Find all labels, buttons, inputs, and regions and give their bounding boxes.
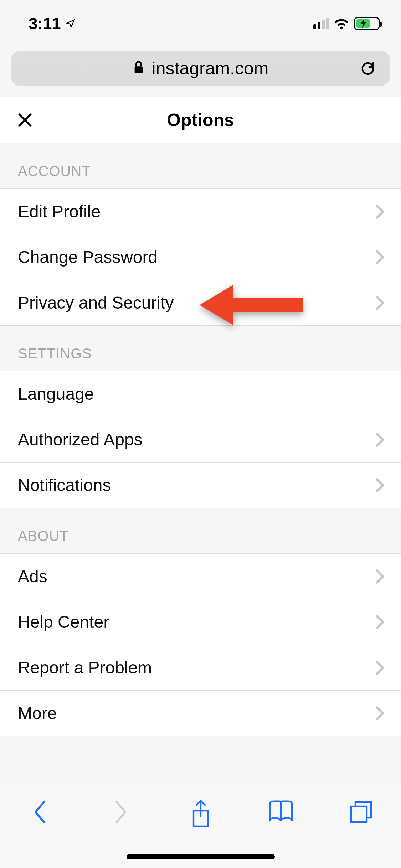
row-label: Report a Problem [18, 658, 152, 677]
row-report-problem[interactable]: Report a Problem [0, 645, 401, 691]
battery-charging-icon [354, 17, 380, 30]
section-header-settings: Settings [0, 326, 401, 371]
row-label: Authorized Apps [18, 430, 143, 449]
row-more[interactable]: More [0, 691, 401, 736]
location-icon [66, 19, 76, 29]
section-header-about: About [0, 508, 401, 553]
status-time: 3:11 [29, 14, 61, 33]
chevron-right-icon [375, 569, 385, 584]
browser-toolbar [0, 786, 401, 868]
chevron-right-icon [375, 660, 385, 675]
row-label: Edit Profile [18, 202, 101, 221]
svg-rect-0 [134, 66, 143, 73]
back-button[interactable] [12, 799, 69, 825]
chevron-right-icon [375, 432, 385, 447]
home-indicator [127, 854, 275, 859]
chevron-right-icon [375, 295, 385, 310]
row-help-center[interactable]: Help Center [0, 599, 401, 645]
row-label: Change Password [18, 247, 158, 267]
status-left: 3:11 [29, 14, 76, 33]
row-notifications[interactable]: Notifications [0, 463, 401, 508]
close-button[interactable] [16, 112, 34, 129]
lock-icon [133, 58, 145, 79]
address-center: instagram.com [11, 58, 390, 79]
section-list-account: Edit Profile Change Password Privacy and… [0, 188, 401, 326]
chevron-right-icon [375, 478, 385, 493]
row-label: Notifications [18, 475, 111, 495]
row-label: Ads [18, 567, 47, 586]
address-domain: instagram.com [152, 58, 269, 79]
section-header-account: Account [0, 143, 401, 188]
reload-button[interactable] [360, 60, 376, 77]
status-right [313, 17, 380, 30]
wifi-icon [333, 17, 350, 30]
browser-chrome: instagram.com [0, 47, 401, 97]
page-header: Options [0, 97, 401, 143]
row-label: Help Center [18, 612, 109, 632]
row-label: More [18, 703, 57, 723]
status-bar: 3:11 [0, 0, 401, 47]
tabs-button[interactable] [333, 799, 390, 825]
row-edit-profile[interactable]: Edit Profile [0, 189, 401, 234]
address-bar[interactable]: instagram.com [11, 51, 390, 86]
chevron-right-icon [375, 706, 385, 721]
cellular-signal-icon [313, 18, 329, 29]
row-label: Language [18, 384, 94, 404]
bookmarks-button[interactable] [252, 799, 309, 824]
section-list-settings: Language Authorized Apps Notifications [0, 371, 401, 508]
share-button[interactable] [172, 799, 229, 829]
row-ads[interactable]: Ads [0, 554, 401, 599]
svg-rect-7 [351, 806, 367, 822]
chevron-right-icon [375, 615, 385, 630]
forward-button [92, 799, 149, 825]
chevron-right-icon [375, 250, 385, 265]
chevron-right-icon [375, 204, 385, 219]
row-authorized-apps[interactable]: Authorized Apps [0, 417, 401, 463]
section-list-about: Ads Help Center Report a Problem More [0, 553, 401, 736]
page-title: Options [167, 110, 234, 130]
row-change-password[interactable]: Change Password [0, 234, 401, 280]
row-privacy-security[interactable]: Privacy and Security [0, 280, 401, 326]
row-language[interactable]: Language [0, 371, 401, 417]
row-label: Privacy and Security [18, 293, 174, 312]
